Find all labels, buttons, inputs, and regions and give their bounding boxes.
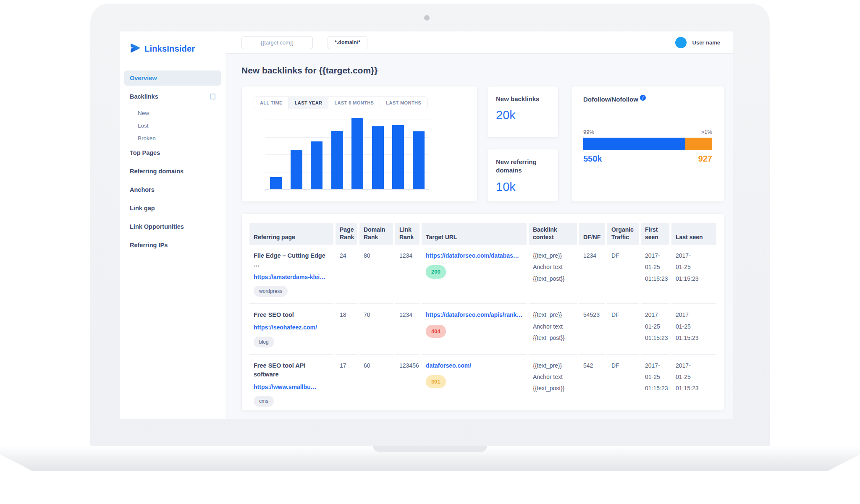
table-row: Free SEO tool API software https://www.s… [249,355,716,411]
target-url-cell: https://dataforseo.com/databas… 200 [422,245,527,304]
nofollow-value: 927 [698,154,712,164]
referring-page-title: File Edge – Cutting Edge … [254,251,330,269]
target-url-link[interactable]: https://dataforseo.com/apis/rank… [426,311,523,319]
chart-bar [270,177,282,189]
topbar: User name [225,31,733,54]
time-range-tab[interactable]: LAST YEAR [289,97,329,109]
backlink-context-cell: {{text_pre}}Anchor text{{text_post}} [529,245,577,304]
referring-page-link[interactable]: https://amsterdams-klei… [254,273,330,281]
user-name: User name [692,39,720,46]
chart-bar [392,125,404,189]
nav-item-label: Anchors [130,186,155,193]
time-range-tab[interactable]: LAST MONTHS [380,97,427,109]
sidebar-item-broken[interactable]: Broken [124,133,221,144]
nav-item-label: Top Pages [130,149,160,156]
sidebar-item-anchors[interactable]: Anchors [124,182,221,197]
link-rank-cell: 123456 [395,355,420,411]
dfnf-cell: 1234 [579,245,605,304]
nofollow-pct: >1% [701,129,712,135]
first-seen-cell: 2017-01-2501:15:23 [641,355,669,411]
sidebar-item-overview[interactable]: Overview [124,71,221,86]
referring-page-link[interactable]: https://seohafeez.com/ [254,323,330,332]
table-row: File Edge – Cutting Edge … https://amste… [249,245,716,304]
chart-bar [372,126,384,189]
dfnf-cell: 542 [579,355,605,411]
target-url-link[interactable]: https://dataforseo.com/databas… [426,251,523,260]
sidebar: LinksInsider Overview Backlinks New Lost… [120,31,225,419]
domain-rank-cell: 60 [359,355,393,411]
organic-traffic-cell: DF [607,355,639,411]
collapse-icon[interactable] [210,94,215,99]
stat-label: New referring domains [496,158,550,175]
nav-item-label: Referring IPs [130,242,168,248]
target-url-cell: https://dataforseo.com/apis/rank… 404 [422,304,527,354]
target-url-cell: dataforseo.com/ 301 [422,355,527,411]
page-rank-cell: 17 [336,355,357,411]
column-header: Domain Rank [359,223,393,245]
dofollow-bar-segment [583,138,685,150]
nav-item-label: New [138,110,149,116]
referring-page-title: Free SEO tool [254,311,330,319]
dofollow-ratio-bar [583,138,712,150]
logo-text: LinksInsider [144,44,195,54]
laptop-base-bottom [0,454,860,471]
page-rank-cell: 18 [336,304,357,354]
column-header: First seen [641,223,669,245]
column-header: Link Rank [395,223,420,245]
nav-item-label: Lost [138,123,149,129]
referring-page-cell: Free SEO tool https://seohafeez.com/ blo… [249,304,333,354]
dfnf-cell: 54523 [579,304,605,354]
info-icon[interactable]: i [640,95,646,101]
time-range-tab[interactable]: LAST 6 MONTHS [328,97,380,109]
content: New backlinks for {{target.com}} ALL TIM… [225,54,733,411]
domain-rank-cell: 70 [359,304,393,354]
domain-input[interactable] [328,36,367,49]
sidebar-item-lost[interactable]: Lost [124,120,221,131]
sidebar-item-link-opportunities[interactable]: Link Opportunities [124,219,221,234]
chart-bar [331,131,343,189]
referring-page-cell: Free SEO tool API software https://www.s… [249,355,333,411]
stats-column: New backlinks 20k New referring domains … [487,86,558,202]
backlink-context-cell: {{text_pre}}Anchor text{{text_post}} [529,304,577,354]
organic-traffic-cell: DF [607,245,639,304]
sidebar-item-top-pages[interactable]: Top Pages [124,145,221,160]
status-code-badge: 404 [426,325,446,338]
table-body: File Edge – Cutting Edge … https://amste… [249,245,716,411]
bar-chart [265,118,429,190]
last-seen-cell: 2017-01-2501:15:23 [671,355,716,411]
sidebar-item-link-gap[interactable]: Link gap [124,201,221,216]
category-tag: wordpress [254,286,288,297]
page: LinksInsider Overview Backlinks New Lost… [0,0,860,504]
first-seen-cell: 2017-01-2501:15:23 [641,304,669,354]
column-header: Target URL [422,223,527,245]
new-backlinks-card: New backlinks 20k [487,86,558,138]
category-tag: cms [254,396,274,407]
link-rank-cell: 1234 [395,304,420,354]
sidebar-item-backlinks[interactable]: Backlinks [124,89,221,104]
nav-item-label: Backlinks [130,93,158,100]
stat-value: 20k [496,108,550,122]
nav-item-label: Link gap [130,205,155,212]
target-url-link[interactable]: dataforseo.com/ [426,361,523,370]
app-screen: LinksInsider Overview Backlinks New Lost… [120,31,733,419]
organic-traffic-cell: DF [607,304,639,354]
target-input[interactable] [241,36,313,49]
link-rank-cell: 1234 [395,245,420,304]
status-code-badge: 301 [426,375,446,389]
chart-bar [291,150,302,189]
last-seen-cell: 2017-01-2501:15:23 [671,245,716,304]
sidebar-item-referring-ips[interactable]: Referring IPs [124,238,221,253]
column-header: Backlink context [529,223,577,245]
sidebar-item-referring-domains[interactable]: Referring domains [124,164,221,179]
category-tag: blog [254,337,274,347]
logo[interactable]: LinksInsider [120,31,225,55]
backlinks-chart-card: ALL TIME LAST YEAR LAST 6 MONTHS LAST MO… [241,86,477,202]
column-header: DF/NF [579,223,605,245]
referring-page-link[interactable]: https://www.smallbu… [254,383,330,391]
avatar[interactable] [675,37,687,48]
time-range-tab[interactable]: ALL TIME [254,97,289,109]
sidebar-item-new[interactable]: New [124,107,221,119]
main-area: User name New backlinks for {{target.com… [225,31,733,419]
stat-label: New backlinks [496,95,550,103]
page-rank-cell: 24 [336,245,357,304]
